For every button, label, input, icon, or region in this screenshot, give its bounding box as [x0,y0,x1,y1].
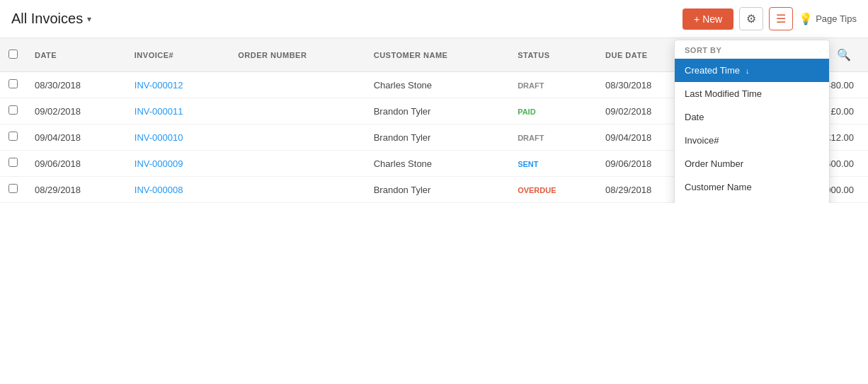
row-checkbox[interactable] [8,158,18,167]
sort-created-time-label: Created Time [685,65,740,76]
header-invoice: INVOICE# [126,38,230,72]
invoice-link[interactable]: INV-000011 [135,106,183,117]
balance-search-button[interactable]: 🔍 [834,45,854,64]
row-customer-name: Charles Stone [365,151,509,177]
row-invoice[interactable]: INV-000011 [126,98,230,124]
row-date: 08/29/2018 [26,177,126,203]
sort-arrow: ↓ [746,66,750,75]
status-badge: DRAFT [518,81,544,90]
header-checkbox-col [0,38,26,72]
header-customer-name: CUSTOMER NAME [365,38,509,72]
sort-date[interactable]: Date [675,105,829,129]
row-customer-name: Brandon Tyler [365,177,509,203]
status-badge: SENT [518,160,538,168]
sort-created-time[interactable]: Created Time ↓ [675,59,829,82]
sort-last-modified-time[interactable]: Last Modified Time [675,82,829,105]
row-invoice[interactable]: INV-000010 [126,124,230,151]
row-invoice[interactable]: INV-000012 [126,72,230,98]
row-order-number [229,72,365,98]
menu-button[interactable]: ☰ [769,7,793,30]
row-invoice[interactable]: INV-000009 [126,151,230,177]
status-badge: PAID [518,107,535,116]
row-checkbox-cell [0,151,26,177]
header-left: All Invoices ▾ [11,11,91,27]
header-right: + New ⚙ ☰ 💡 Page Tips SORT BY Created Ti… [683,7,857,30]
row-checkbox-cell [0,124,26,151]
row-status: DRAFT [509,72,597,98]
row-checkbox-cell [0,98,26,124]
row-order-number [229,98,365,124]
row-status: DRAFT [509,124,597,151]
sort-order-number-label: Order Number [685,158,743,169]
sort-last-modified-time-label: Last Modified Time [685,88,762,99]
sort-dropdown-menu: SORT BY Created Time ↓ Last Modified Tim… [674,40,830,203]
row-checkbox[interactable] [8,79,18,88]
sort-customer-name-label: Customer Name [685,182,752,192]
row-status: SENT [509,151,597,177]
settings-button[interactable]: ⚙ [739,7,763,30]
row-customer-name: Charles Stone [365,72,509,98]
row-date: 09/06/2018 [26,151,126,177]
gear-icon: ⚙ [746,12,756,25]
invoice-link[interactable]: INV-000010 [135,132,183,143]
row-status: OVERDUE [509,177,597,203]
invoice-link[interactable]: INV-000012 [135,80,183,91]
row-date: 09/02/2018 [26,98,126,124]
sort-by-label: SORT BY [675,40,829,59]
row-order-number [229,124,365,151]
row-customer-name: Brandon Tyler [365,124,509,151]
row-checkbox[interactable] [8,105,18,115]
sort-order-number[interactable]: Order Number [675,152,829,175]
header-order-number: ORDER NUMBER [229,38,365,72]
row-checkbox-cell [0,72,26,98]
row-date: 09/04/2018 [26,124,126,151]
row-date: 08/30/2018 [26,72,126,98]
sort-invoice[interactable]: Invoice# [675,129,829,152]
row-order-number [229,151,365,177]
sort-invoice-label: Invoice# [685,135,719,146]
row-customer-name: Brandon Tyler [365,98,509,124]
page-tips-button[interactable]: 💡 Page Tips [799,12,857,25]
sort-due-date[interactable]: Due Date [675,199,829,203]
page-tips-label: Page Tips [816,13,857,24]
invoice-link[interactable]: INV-000008 [135,185,183,195]
row-checkbox[interactable] [8,184,18,193]
status-badge: OVERDUE [518,186,556,194]
menu-icon: ☰ [776,12,786,25]
row-order-number [229,177,365,203]
new-button[interactable]: + New [683,8,733,30]
row-status: PAID [509,98,597,124]
sort-customer-name[interactable]: Customer Name [675,175,829,199]
page-header: All Invoices ▾ + New ⚙ ☰ 💡 Page Tips SOR… [0,0,868,38]
title-dropdown-arrow[interactable]: ▾ [87,14,91,24]
status-badge: DRAFT [518,134,544,142]
page-title: All Invoices [11,11,83,27]
row-checkbox-cell [0,177,26,203]
header-status: STATUS [509,38,597,72]
header-date: DATE [26,38,126,72]
row-invoice[interactable]: INV-000008 [126,177,230,203]
sort-date-label: Date [685,112,704,122]
invoice-link[interactable]: INV-000009 [135,158,183,169]
row-checkbox[interactable] [8,132,18,141]
bulb-icon: 💡 [799,12,813,25]
select-all-checkbox[interactable] [8,50,18,59]
